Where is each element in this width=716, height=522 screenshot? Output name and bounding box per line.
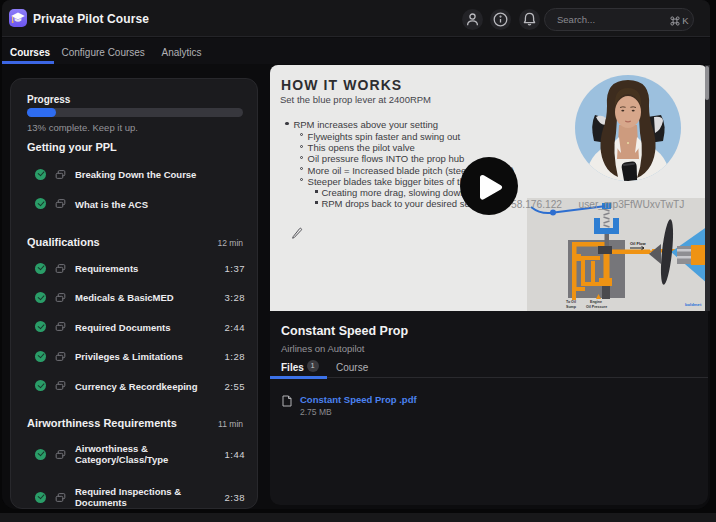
svg-text:Sump: Sump (566, 305, 577, 309)
svg-text:Oil Flow: Oil Flow (630, 241, 646, 246)
svg-text:Engine: Engine (590, 300, 602, 304)
svg-text:boldmet: boldmet (685, 302, 702, 307)
svg-text:Oil Pressure: Oil Pressure (586, 305, 607, 309)
svg-text:To Oil: To Oil (566, 300, 576, 304)
